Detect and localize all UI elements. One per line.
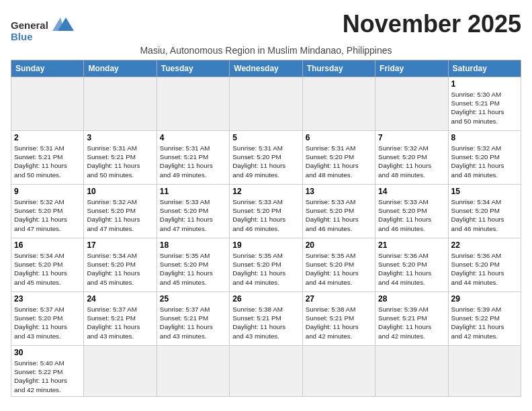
day-of-week-tuesday: Tuesday xyxy=(157,60,229,77)
calendar-day-cell xyxy=(157,346,229,397)
calendar-day-cell: 4Sunrise: 5:31 AMSunset: 5:21 PMDaylight… xyxy=(157,131,229,185)
day-number: 10 xyxy=(87,187,153,196)
day-info-text: Sunrise: 5:39 AMSunset: 5:22 PMDaylight:… xyxy=(451,305,518,340)
calendar-week-row: 23Sunrise: 5:37 AMSunset: 5:20 PMDayligh… xyxy=(11,292,521,346)
day-number: 11 xyxy=(160,187,226,196)
calendar-day-cell: 24Sunrise: 5:37 AMSunset: 5:21 PMDayligh… xyxy=(84,292,157,346)
day-of-week-friday: Friday xyxy=(375,60,448,77)
day-number: 21 xyxy=(378,240,445,250)
day-info-text: Sunrise: 5:38 AMSunset: 5:21 PMDaylight:… xyxy=(306,305,372,340)
day-info-text: Sunrise: 5:31 AMSunset: 5:20 PMDaylight:… xyxy=(306,144,372,179)
calendar-day-cell xyxy=(302,77,375,131)
day-number: 12 xyxy=(232,187,299,196)
calendar-day-cell xyxy=(84,77,157,131)
calendar-day-cell: 6Sunrise: 5:31 AMSunset: 5:20 PMDaylight… xyxy=(302,131,375,185)
day-number: 16 xyxy=(14,240,81,250)
day-info-text: Sunrise: 5:37 AMSunset: 5:21 PMDaylight:… xyxy=(87,305,153,340)
day-info-text: Sunrise: 5:32 AMSunset: 5:20 PMDaylight:… xyxy=(378,144,445,179)
calendar-week-row: 9Sunrise: 5:32 AMSunset: 5:20 PMDaylight… xyxy=(11,185,521,238)
day-number: 15 xyxy=(451,187,518,196)
day-number: 14 xyxy=(378,187,445,196)
calendar-day-cell: 1Sunrise: 5:30 AMSunset: 5:21 PMDaylight… xyxy=(448,77,521,131)
calendar-day-cell: 18Sunrise: 5:35 AMSunset: 5:20 PMDayligh… xyxy=(157,238,229,292)
day-number: 9 xyxy=(14,187,81,196)
day-number: 5 xyxy=(232,133,299,142)
day-info-text: Sunrise: 5:31 AMSunset: 5:21 PMDaylight:… xyxy=(14,144,81,179)
calendar-day-cell: 8Sunrise: 5:32 AMSunset: 5:20 PMDaylight… xyxy=(448,131,521,185)
calendar-day-cell: 7Sunrise: 5:32 AMSunset: 5:20 PMDaylight… xyxy=(375,131,448,185)
calendar-day-cell: 20Sunrise: 5:35 AMSunset: 5:20 PMDayligh… xyxy=(302,238,375,292)
day-number: 26 xyxy=(232,294,299,304)
day-number: 27 xyxy=(306,294,372,304)
calendar-day-cell xyxy=(230,77,302,131)
calendar-day-cell xyxy=(230,346,302,397)
day-of-week-monday: Monday xyxy=(84,60,157,77)
day-number: 4 xyxy=(160,133,226,142)
day-info-text: Sunrise: 5:35 AMSunset: 5:20 PMDaylight:… xyxy=(160,251,226,287)
day-info-text: Sunrise: 5:34 AMSunset: 5:20 PMDaylight:… xyxy=(14,251,81,287)
calendar-day-cell: 15Sunrise: 5:34 AMSunset: 5:20 PMDayligh… xyxy=(448,185,521,238)
calendar-day-cell: 26Sunrise: 5:38 AMSunset: 5:21 PMDayligh… xyxy=(230,292,302,346)
day-number: 20 xyxy=(306,240,372,250)
day-info-text: Sunrise: 5:33 AMSunset: 5:20 PMDaylight:… xyxy=(378,197,445,233)
day-info-text: Sunrise: 5:39 AMSunset: 5:21 PMDaylight:… xyxy=(378,305,445,340)
day-info-text: Sunrise: 5:37 AMSunset: 5:21 PMDaylight:… xyxy=(160,305,226,340)
calendar-day-cell: 30Sunrise: 5:40 AMSunset: 5:22 PMDayligh… xyxy=(11,346,84,397)
calendar-day-cell: 12Sunrise: 5:33 AMSunset: 5:20 PMDayligh… xyxy=(230,185,302,238)
calendar-day-cell: 28Sunrise: 5:39 AMSunset: 5:21 PMDayligh… xyxy=(375,292,448,346)
calendar-day-cell: 2Sunrise: 5:31 AMSunset: 5:21 PMDaylight… xyxy=(11,131,84,185)
calendar-day-cell xyxy=(11,77,84,131)
day-info-text: Sunrise: 5:33 AMSunset: 5:20 PMDaylight:… xyxy=(232,197,299,233)
day-number: 18 xyxy=(160,240,226,250)
day-info-text: Sunrise: 5:38 AMSunset: 5:21 PMDaylight:… xyxy=(232,305,299,340)
calendar-day-cell: 16Sunrise: 5:34 AMSunset: 5:20 PMDayligh… xyxy=(11,238,84,292)
day-of-week-saturday: Saturday xyxy=(448,60,521,77)
calendar-day-cell: 17Sunrise: 5:34 AMSunset: 5:20 PMDayligh… xyxy=(84,238,157,292)
day-info-text: Sunrise: 5:33 AMSunset: 5:20 PMDaylight:… xyxy=(306,197,372,233)
day-info-text: Sunrise: 5:34 AMSunset: 5:20 PMDaylight:… xyxy=(451,197,518,233)
month-title-text: November 2025 xyxy=(343,11,521,38)
logo-icon xyxy=(51,16,77,34)
day-info-text: Sunrise: 5:36 AMSunset: 5:20 PMDaylight:… xyxy=(378,251,445,287)
calendar-day-cell xyxy=(302,346,375,397)
calendar-day-cell: 29Sunrise: 5:39 AMSunset: 5:22 PMDayligh… xyxy=(448,292,521,346)
day-info-text: Sunrise: 5:35 AMSunset: 5:20 PMDaylight:… xyxy=(232,251,299,287)
calendar-day-cell: 23Sunrise: 5:37 AMSunset: 5:20 PMDayligh… xyxy=(11,292,84,346)
calendar-day-cell: 11Sunrise: 5:33 AMSunset: 5:20 PMDayligh… xyxy=(157,185,229,238)
calendar-day-cell: 25Sunrise: 5:37 AMSunset: 5:21 PMDayligh… xyxy=(157,292,229,346)
day-number: 24 xyxy=(87,294,153,304)
day-number: 29 xyxy=(451,294,518,304)
calendar-table: SundayMondayTuesdayWednesdayThursdayFrid… xyxy=(11,60,521,397)
day-number: 22 xyxy=(451,240,518,250)
calendar-day-cell: 27Sunrise: 5:38 AMSunset: 5:21 PMDayligh… xyxy=(302,292,375,346)
day-number: 19 xyxy=(232,240,299,250)
day-of-week-sunday: Sunday xyxy=(11,60,84,77)
calendar-day-cell xyxy=(84,346,157,397)
day-number: 3 xyxy=(87,133,153,142)
day-info-text: Sunrise: 5:35 AMSunset: 5:20 PMDaylight:… xyxy=(306,251,372,287)
day-number: 23 xyxy=(14,294,81,304)
calendar-day-cell: 5Sunrise: 5:31 AMSunset: 5:20 PMDaylight… xyxy=(230,131,302,185)
day-info-text: Sunrise: 5:33 AMSunset: 5:20 PMDaylight:… xyxy=(160,197,226,233)
day-number: 7 xyxy=(378,133,445,142)
day-number: 2 xyxy=(14,133,81,142)
logo-area: General Blue xyxy=(11,11,77,42)
day-info-text: Sunrise: 5:32 AMSunset: 5:20 PMDaylight:… xyxy=(14,197,81,233)
calendar-day-cell: 14Sunrise: 5:33 AMSunset: 5:20 PMDayligh… xyxy=(375,185,448,238)
subtitle-text: Masiu, Autonomous Region in Muslim Minda… xyxy=(11,45,521,56)
day-info-text: Sunrise: 5:32 AMSunset: 5:20 PMDaylight:… xyxy=(87,197,153,233)
calendar-day-cell: 13Sunrise: 5:33 AMSunset: 5:20 PMDayligh… xyxy=(302,185,375,238)
calendar-week-row: 16Sunrise: 5:34 AMSunset: 5:20 PMDayligh… xyxy=(11,238,521,292)
month-year-title: November 2025 xyxy=(343,11,521,38)
day-info-text: Sunrise: 5:36 AMSunset: 5:20 PMDaylight:… xyxy=(451,251,518,287)
calendar-day-cell: 22Sunrise: 5:36 AMSunset: 5:20 PMDayligh… xyxy=(448,238,521,292)
calendar-day-cell xyxy=(448,346,521,397)
day-info-text: Sunrise: 5:31 AMSunset: 5:21 PMDaylight:… xyxy=(87,144,153,179)
day-number: 17 xyxy=(87,240,153,250)
logo-text-blue: Blue xyxy=(11,31,33,42)
day-number: 30 xyxy=(14,348,81,357)
day-of-week-wednesday: Wednesday xyxy=(230,60,302,77)
calendar-day-cell: 3Sunrise: 5:31 AMSunset: 5:21 PMDaylight… xyxy=(84,131,157,185)
logo-text-general: General xyxy=(11,19,48,31)
day-info-text: Sunrise: 5:34 AMSunset: 5:20 PMDaylight:… xyxy=(87,251,153,287)
